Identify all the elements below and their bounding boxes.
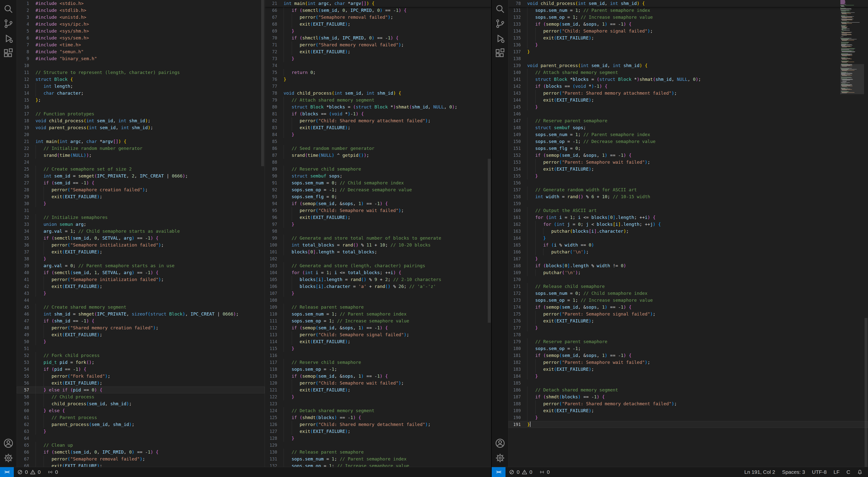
code-line[interactable]: 149 sops.sem_num = 1; // Parent semaphor… (508, 131, 868, 138)
extensions-view-button[interactable] (494, 47, 506, 59)
code-line[interactable]: 40 if (semctl(sem_id, 1, SETVAL, arg) ==… (17, 269, 265, 276)
code-line[interactable]: 144 exit(EXIT_FAILURE); (508, 97, 868, 103)
code-line[interactable]: 60 } else { (17, 407, 265, 414)
code-line[interactable]: 101 blocks[0].length = total_blocks; (265, 249, 491, 255)
code-line[interactable]: 181 if (semop(sem_id, &sops, 1) == -1) { (508, 352, 868, 359)
code-line[interactable]: 109 // Release parent semaphore (265, 304, 491, 311)
code-line[interactable]: 116 (265, 352, 491, 359)
eol-indicator[interactable]: LF (830, 467, 843, 477)
code-line[interactable]: 165 if (i % width == 0) (508, 242, 868, 249)
code-line[interactable]: 107 } (265, 290, 491, 297)
code-line[interactable]: 131 sops.sem_num = 1; // Parent semaphor… (265, 455, 491, 463)
code-line[interactable]: 12struct Block { (17, 76, 265, 83)
remote-indicator[interactable]: >< (0, 467, 14, 477)
code-line[interactable]: 61 // Parent process (17, 414, 265, 421)
code-line[interactable]: 171 // Release child semaphore (508, 283, 868, 290)
code-line[interactable]: 43 } (17, 290, 265, 297)
code-line[interactable]: 159 (508, 200, 868, 207)
code-line[interactable]: 2#include <stdlib.h> (17, 7, 265, 14)
remote-indicator[interactable]: >< (492, 467, 505, 477)
code-line[interactable]: 76} (265, 76, 491, 83)
code-line[interactable]: 69 } (265, 28, 491, 34)
code-line[interactable]: 99 // Generate and store total number of… (265, 235, 491, 242)
code-line[interactable]: 108 (265, 297, 491, 304)
code-line[interactable]: 179 // Reserve parent semaphore (508, 338, 868, 345)
code-area[interactable]: 66 if (semctl(sem_id, 0, IPC_RMID, 0) ==… (265, 7, 491, 467)
code-line[interactable]: 85 (265, 138, 491, 145)
code-line[interactable]: 169 putchar('\n'); (508, 269, 868, 276)
code-line[interactable]: 58 // Child process (17, 393, 265, 400)
code-line[interactable]: 16 (17, 103, 265, 110)
code-line[interactable]: 31 (17, 207, 265, 214)
notifications-button[interactable] (854, 467, 866, 477)
code-line[interactable]: 93 sops.sem_flg = 0; (265, 193, 491, 200)
code-line[interactable]: 106 blocks[i].character = 'a' + rand() %… (265, 283, 491, 290)
code-line[interactable]: 65 // Clean up (17, 442, 265, 449)
code-line[interactable]: 92 sops.sem_op = -1; // Decrease semapho… (265, 186, 491, 193)
code-line[interactable]: 6#include <sys/sem.h> (17, 34, 265, 41)
code-line[interactable]: 79 // Attach shared memory segment (265, 97, 491, 103)
code-line[interactable]: 132 sops.sem_op = 1; // Increase semapho… (265, 463, 491, 467)
code-line[interactable]: 18void child_process(int sem_id, int shm… (17, 117, 265, 124)
code-line[interactable]: 91 sops.sem_num = 0; // Child semaphore … (265, 180, 491, 186)
indent-indicator[interactable]: Spaces: 3 (778, 467, 808, 477)
code-line[interactable]: 152 if (semop(sem_id, &sops, 1) == -1) { (508, 152, 868, 159)
code-line[interactable]: 94 if (semop(sem_id, &sops, 1) == -1) { (265, 200, 491, 207)
code-line[interactable]: 166 putchar('\n'); (508, 249, 868, 255)
code-line[interactable]: 163 putchar(blocks[i].character); (508, 228, 868, 235)
code-line[interactable]: 178 (508, 331, 868, 338)
code-line[interactable]: 135 exit(EXIT_FAILURE); (508, 34, 868, 41)
sticky-scroll-header[interactable]: 21int main(int argc, char *argv[]) { (265, 0, 491, 7)
code-area[interactable]: 131 sops.sem_num = 1; // Parent semaphor… (508, 7, 868, 428)
code-line[interactable]: 127 exit(EXIT_FAILURE); (265, 428, 491, 435)
sticky-scroll-header[interactable]: 78void child_process(int sem_id, int shm… (508, 0, 868, 7)
code-line[interactable]: 44 (17, 297, 265, 304)
code-line[interactable]: 54 if (pid == -1) { (17, 366, 265, 373)
code-line[interactable]: 121 exit(EXIT_FAILURE); (265, 386, 491, 393)
code-line[interactable]: 64 (17, 435, 265, 442)
code-line[interactable]: 24 (17, 159, 265, 166)
code-line[interactable]: 157 // Generate random width for ASCII a… (508, 186, 868, 193)
code-line[interactable]: 162 for (int j = 0; j < blocks[i].length… (508, 221, 868, 228)
code-line[interactable]: 78void child_process(int sem_id, int shm… (265, 90, 491, 97)
code-line[interactable]: 23 srand(time(NULL)); (17, 152, 265, 159)
minimap-slider[interactable] (840, 64, 864, 94)
code-line[interactable]: 67 perror("Semaphore removal failed"); (17, 455, 265, 463)
code-line[interactable]: 78void child_process(int sem_id, int shm… (508, 0, 868, 7)
code-line[interactable]: 87 srand(time(NULL) ^ getpid()); (265, 152, 491, 159)
code-line[interactable]: 88 (265, 159, 491, 166)
code-line[interactable]: 156 (508, 180, 868, 186)
code-line[interactable]: 35 if (semctl(sem_id, 0, SETVAL, arg) ==… (17, 235, 265, 242)
code-line[interactable]: 117 // Reserve child semaphore (265, 359, 491, 366)
code-line[interactable]: 71 perror("Shared memory removal failed"… (265, 41, 491, 48)
accounts-button[interactable] (2, 437, 14, 449)
code-line[interactable]: 111 sops.sem_op = 1; // Increase semapho… (265, 318, 491, 324)
code-line[interactable]: 10 (17, 62, 265, 69)
code-line[interactable]: 9#include "binary_sem.h" (17, 55, 265, 62)
code-line[interactable]: 139void parent_process(int sem_id, int s… (508, 62, 868, 69)
code-line[interactable]: 30 } (17, 200, 265, 207)
code-line[interactable]: 4#include <sys/ipc.h> (17, 21, 265, 28)
code-line[interactable]: 68 exit(EXIT_FAILURE); (17, 463, 265, 467)
code-line[interactable]: 182 perror("Parent: Semaphore wait faile… (508, 359, 868, 366)
code-line[interactable]: 47 if (shm_id == -1) { (17, 318, 265, 324)
code-line[interactable]: 29 exit(EXIT_FAILURE); (17, 193, 265, 200)
code-line[interactable]: 22 // Initialize random number generator (17, 145, 265, 152)
code-line[interactable]: 68 exit(EXIT_FAILURE); (265, 21, 491, 28)
search-view-button[interactable] (2, 3, 14, 15)
code-line[interactable]: 190 } (508, 414, 868, 421)
code-line[interactable]: 39 arg.val = 0; // Parent semaphore star… (17, 262, 265, 269)
code-line[interactable]: 33 union semun arg; (17, 221, 265, 228)
code-line[interactable]: 134 perror("Child: Semaphore signal fail… (508, 28, 868, 34)
code-line[interactable]: 63 } (17, 428, 265, 435)
code-line[interactable]: 160 // Output the ASCII art (508, 207, 868, 214)
code-line[interactable]: 86 // Seed random number generator (265, 145, 491, 152)
code-line[interactable]: 41 perror("Semaphore initialization fail… (17, 276, 265, 283)
code-line[interactable]: 50 } (17, 338, 265, 345)
code-line[interactable]: 150 sops.sem_op = -1; // Decrease semaph… (508, 138, 868, 145)
code-line[interactable]: 185 (508, 380, 868, 386)
code-line[interactable]: 98 (265, 228, 491, 235)
code-line[interactable]: 51 (17, 345, 265, 352)
line-col-indicator[interactable]: Ln 191, Col 2 (741, 467, 778, 477)
code-line[interactable]: 167 } (508, 255, 868, 262)
